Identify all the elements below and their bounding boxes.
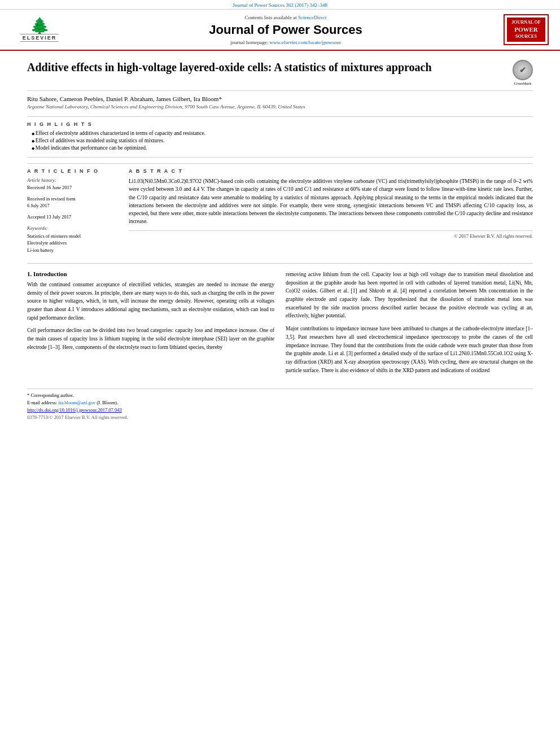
body-right-col: removing active lithium from the cell. C… — [286, 270, 533, 379]
homepage-label: journal homepage: — [230, 40, 268, 45]
power-sources-logo: JOURNAL OF POWER SOURCES — [504, 14, 549, 45]
doi-line: http://dx.doi.org/10.1016/j.jpowsour.201… — [27, 407, 533, 413]
intro-para-2-text: Cell performance decline can be divided … — [27, 327, 274, 350]
crossmark-icon: ✔ — [513, 60, 533, 80]
article-info-col: A R T I C L E I N F O Article history: R… — [27, 168, 117, 254]
keywords-label: Keywords: — [27, 225, 117, 231]
article-info-heading: A R T I C L E I N F O — [27, 168, 117, 174]
crossmark-logo: ✔ CrossMark — [513, 60, 533, 86]
body-left-col: 1. Introduction With the continued consu… — [27, 270, 274, 379]
abstract-text: Li1.03(Ni0.5Mn0.3Co0.2)0.97O2 (NMC)-base… — [129, 177, 533, 226]
journal-header: 🌲 ELSEVIER Contents lists available at S… — [0, 10, 560, 51]
authors-text: Ritu Sahore, Cameron Peebles, Daniel P. … — [27, 95, 222, 102]
right-para-2: Major contributions to impedance increas… — [286, 325, 533, 374]
journal-title: Journal of Power Sources — [73, 23, 498, 37]
homepage-link[interactable]: www.elsevier.com/locate/jpowsour — [270, 40, 341, 45]
contents-available-line: Contents lists available at ScienceDirec… — [73, 15, 498, 20]
main-content: Additive effects in high-voltage layered… — [0, 51, 560, 429]
intro-section-title: 1. Introduction — [27, 270, 274, 277]
keyword-1: Statistics of mixtures model — [27, 233, 117, 240]
homepage-line: journal homepage: www.elsevier.com/locat… — [73, 40, 498, 45]
received-date: Received 16 June 2017 — [27, 185, 117, 191]
keywords-value: Statistics of mixtures model Electrolyte… — [27, 233, 117, 254]
elsevier-tree-icon: 🌲 — [30, 18, 50, 34]
crossmark-label: CrossMark — [513, 81, 533, 86]
highlight-item-3: Model indicates that performance can be … — [32, 145, 533, 151]
history-label: Article history: — [27, 177, 117, 183]
journal-citation: Journal of Power Sources 362 (2017) 342–… — [233, 2, 327, 8]
issn-line: 0378-7753/© 2017 Elsevier B.V. All right… — [27, 414, 533, 420]
authors: Ritu Sahore, Cameron Peebles, Daniel P. … — [27, 95, 533, 102]
email-suffix: (I. Bloom). — [97, 400, 118, 405]
doi-link[interactable]: http://dx.doi.org/10.1016/j.jpowsour.201… — [27, 407, 122, 413]
abstract-col: A B S T R A C T Li1.03(Ni0.5Mn0.3Co0.2)0… — [129, 168, 533, 254]
right-para-1: removing active lithium from the cell. C… — [286, 270, 533, 320]
article-info-abstract: A R T I C L E I N F O Article history: R… — [27, 163, 533, 254]
section-label: Introduction — [33, 270, 67, 277]
journal-header-center: Contents lists available at ScienceDirec… — [73, 15, 498, 45]
intro-para-2: Cell performance decline can be divided … — [27, 326, 274, 351]
affiliation: Argonne National Laboratory, Chemical Sc… — [27, 104, 533, 110]
logo-line1: JOURNAL OF — [511, 20, 540, 25]
received-revised: Received in revised form 6 July 2017 — [27, 196, 117, 209]
elsevier-wordmark: ELSEVIER — [20, 34, 59, 42]
body-content: 1. Introduction With the continued consu… — [27, 263, 533, 379]
highlight-item-2: Effect of additives was modeled using st… — [32, 138, 533, 143]
email-label: E-mail address: — [27, 400, 57, 405]
contents-label: Contents lists available at — [245, 15, 297, 20]
sciencedirect-link[interactable]: ScienceDirect — [298, 15, 326, 20]
email-link[interactable]: ira.bloom@anl.gov — [58, 400, 95, 405]
keyword-3: Li-ion battery — [27, 247, 117, 254]
copyright: © 2017 Elsevier B.V. All rights reserved… — [129, 230, 533, 239]
corresponding-text: * Corresponding author. — [27, 392, 73, 398]
logo-line2: POWER — [508, 25, 544, 33]
keyword-2: Electrolyte additives — [27, 239, 117, 247]
elsevier-logo: 🌲 ELSEVIER — [11, 18, 68, 42]
abstract-heading: A B S T R A C T — [129, 168, 533, 174]
corresponding-footnote: * Corresponding author. — [27, 392, 533, 398]
highlight-item-1: Effect of electrolyte additives characte… — [32, 130, 533, 136]
logo-line3: SOURCES — [515, 34, 537, 39]
section-num: 1. — [27, 270, 32, 277]
article-title: Additive effects in high-voltage layered… — [27, 60, 501, 75]
intro-para-1: With the continued consumer acceptance o… — [27, 281, 274, 322]
footer-section: * Corresponding author. E-mail address: … — [27, 388, 533, 420]
highlights-heading: H I G H L I G H T S — [27, 121, 533, 127]
body-two-col: 1. Introduction With the continued consu… — [27, 270, 533, 379]
highlights-list: Effect of electrolyte additives characte… — [27, 130, 533, 151]
accepted-date: Accepted 13 July 2017 — [27, 214, 117, 221]
email-footnote: E-mail address: ira.bloom@anl.gov (I. Bl… — [27, 400, 533, 405]
journal-bar: Journal of Power Sources 362 (2017) 342–… — [0, 0, 560, 10]
highlights-section: H I G H L I G H T S Effect of electrolyt… — [27, 116, 533, 158]
power-sources-badge: JOURNAL OF POWER SOURCES — [507, 18, 545, 42]
article-title-section: Additive effects in high-voltage layered… — [27, 60, 533, 91]
